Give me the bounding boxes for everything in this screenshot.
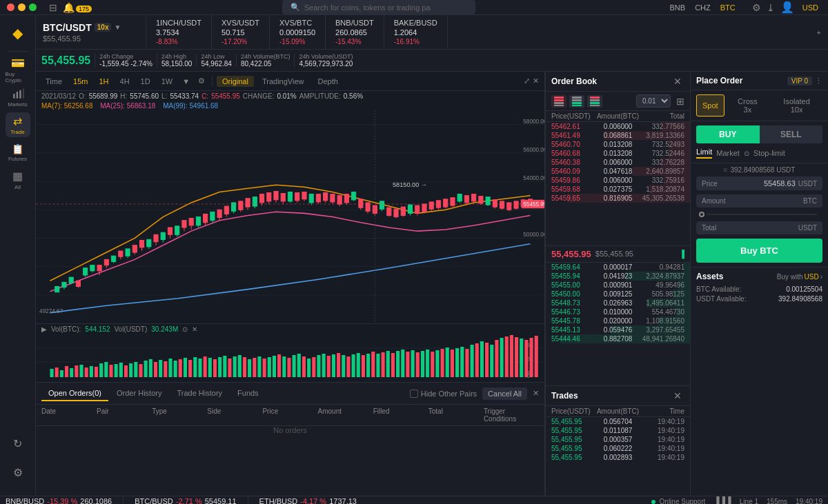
settings-sidebar-icon[interactable]: ⚙ (6, 460, 30, 485)
time-btn[interactable]: Time (41, 76, 66, 87)
ticker-item-1[interactable]: XVS/USDT 50.715 -17.20% (212, 15, 270, 50)
sidebar-item-markets[interactable]: Markets (6, 85, 30, 110)
buy-btc-btn[interactable]: Buy BTC (696, 239, 822, 263)
4h-btn[interactable]: 4H (116, 76, 134, 87)
trades-close-btn[interactable]: ✕ (671, 390, 684, 401)
cancel-all-btn[interactable]: Cancel All (482, 387, 527, 400)
1h-btn[interactable]: 1H (95, 76, 112, 87)
sell-row-1[interactable]: 55461.49 0.068861 3,819.13366 (546, 131, 690, 140)
sidebar-item-buy-crypto[interactable]: 💳 Buy Crypto (6, 57, 30, 82)
price-input-row[interactable]: Price 55458.63 USDT (696, 177, 822, 190)
sell-row-5[interactable]: 55460.09 0.047618 2,640.89857 (546, 167, 690, 176)
order-book-close-btn[interactable]: ✕ (671, 76, 684, 87)
15m-btn[interactable]: 15m (69, 76, 92, 87)
sell-row-7[interactable]: 55459.68 0.027375 1,518.20874 (546, 185, 690, 194)
stop-limit-btn[interactable]: Stop-limit (753, 149, 785, 157)
amount-input-row[interactable]: Amount BTC (696, 194, 822, 208)
settings-chart-icon[interactable]: ⚙ (195, 77, 208, 85)
sidebar-item-trade[interactable]: ⇄ Trade (6, 112, 30, 137)
buy-row-1[interactable]: 55455.94 0.041923 2,324.87937 (546, 272, 690, 281)
trade-row-1[interactable]: 55,455.95 0.011087 19:40:19 (546, 426, 690, 435)
ob-view-buys[interactable] (569, 95, 584, 108)
sell-row-2[interactable]: 55460.70 0.013208 732.52493 (546, 140, 690, 149)
ticker-item-0[interactable]: 1INCH/USDT 3.7534 -8.83% (146, 15, 212, 50)
maximize-window-btn[interactable] (29, 3, 37, 11)
user-icon[interactable]: 👤 (780, 1, 794, 14)
sell-row-3[interactable]: 55460.68 0.013208 732.52446 (546, 149, 690, 158)
trade-row-0[interactable]: 55,455.95 0.056704 19:40:19 (546, 417, 690, 426)
buy-with[interactable]: Buy with USD › (777, 273, 822, 281)
close-chart-icon[interactable]: ✕ (533, 77, 539, 85)
isolated10x-btn[interactable]: Isolated 10x (771, 94, 822, 117)
sidebar-item-all[interactable]: ▦ All (6, 168, 30, 192)
open-orders-tab[interactable]: Open Orders(0) (41, 386, 108, 401)
buy-row-4[interactable]: 55448.73 0.026963 1,495.06411 (546, 299, 690, 308)
limit-btn[interactable]: Limit (696, 148, 712, 159)
vol-settings-icon[interactable]: ⊙ (182, 325, 188, 333)
search-container[interactable]: 🔍 Search for coins, tokens or trading pa (282, 0, 475, 14)
buy-row-3[interactable]: 55450.00 0.009125 505.98125 (546, 290, 690, 299)
total-input-row[interactable]: Total USDT (696, 221, 822, 234)
buy-row-7[interactable]: 55445.13 0.059476 3,297.65455 (546, 325, 690, 334)
ob-view-sells[interactable] (551, 95, 566, 108)
layout-icon[interactable]: ⊟ (49, 2, 57, 13)
funds-tab[interactable]: Funds (230, 386, 266, 401)
sell-tab[interactable]: SELL (760, 125, 823, 143)
bnb-token[interactable]: BNB (667, 2, 689, 13)
slider-handle[interactable] (699, 212, 704, 217)
ticker-item-2[interactable]: XVS/BTC 0.0009150 -15.09% (270, 15, 326, 50)
expand-vol-icon[interactable]: ▶ (41, 325, 47, 333)
bottom-ticker-2[interactable]: ETH/BUSD -4.17 % 1737.13 (259, 497, 357, 504)
bell-icon[interactable]: 🔔175 (63, 2, 92, 13)
sell-row-8[interactable]: 55459.65 0.816905 45,305.26538 (546, 194, 690, 203)
trade-history-tab[interactable]: Trade History (170, 386, 229, 401)
sidebar-item-futures[interactable]: 📋 Futures (6, 140, 30, 165)
sell-row-4[interactable]: 55460.38 0.006000 332.76228 (546, 158, 690, 167)
1d-btn[interactable]: 1D (137, 76, 155, 87)
trade-row-3[interactable]: 55,455.95 0.060222 19:40:19 (546, 444, 690, 453)
settings-icon[interactable]: ⚙ (752, 2, 761, 13)
download-icon[interactable]: ⤓ (767, 2, 775, 13)
refresh-icon[interactable]: ↻ (6, 431, 30, 456)
sell-row-0[interactable]: 55462.61 0.006000 332.77566 (546, 122, 690, 131)
bottom-ticker-0[interactable]: BNB/BUSD -15.39 % 260.1086 (6, 497, 112, 504)
ticker-item-4[interactable]: BAKE/BUSD 1.2064 -16.91% (384, 15, 448, 50)
add-pair-btn[interactable]: + (810, 28, 828, 37)
chz-token[interactable]: CHZ (692, 2, 713, 13)
buy-row-6[interactable]: 55445.78 0.020000 1,108.91560 (546, 316, 690, 325)
buy-row-2[interactable]: 55455.00 0.000901 49.96496 (546, 281, 690, 290)
order-history-tab[interactable]: Order History (110, 386, 168, 401)
1w-btn[interactable]: 1W (157, 76, 177, 87)
depth-btn[interactable]: Depth (312, 76, 343, 87)
close-orders-icon[interactable]: ✕ (533, 389, 539, 398)
bottom-ticker-1[interactable]: BTC/BUSD -2.71 % 55459.11 (135, 497, 236, 504)
sell-row-6[interactable]: 55459.86 0.006000 332.75916 (546, 176, 690, 185)
dropdown-icon[interactable]: ▼ (114, 23, 121, 31)
vol-close-icon[interactable]: ✕ (192, 325, 197, 333)
po-more-icon[interactable]: ⋮ (815, 77, 822, 85)
ob-settings-icon[interactable]: ⊞ (676, 96, 684, 107)
slider-track[interactable] (707, 214, 817, 215)
btc-token[interactable]: BTC (718, 2, 738, 13)
original-view-btn[interactable]: Original (217, 76, 254, 87)
buy-tab[interactable]: BUY (696, 125, 760, 143)
spot-btn[interactable]: Spot (696, 94, 724, 117)
usd-selector[interactable]: USD (800, 2, 821, 13)
ob-precision-select[interactable]: 0.01 0.1 1 (636, 94, 671, 108)
buy-row-8[interactable]: 55444.46 0.882708 48,941.26840 (546, 334, 690, 343)
close-window-btn[interactable] (7, 3, 14, 11)
expand-icon[interactable]: ⤢ (524, 77, 530, 85)
ticker-item-3[interactable]: BNB/USDT 260.0865 -15.43% (326, 15, 384, 50)
hide-pairs-checkbox[interactable] (410, 390, 418, 398)
cross3x-btn[interactable]: Cross 3x (727, 94, 769, 117)
buy-row-0[interactable]: 55459.64 0.000017 0.94281 (546, 263, 690, 272)
tradingview-btn[interactable]: TradingView (257, 76, 310, 87)
minimize-window-btn[interactable] (18, 3, 26, 11)
trade-row-4[interactable]: 55,455.95 0.002893 19:40:19 (546, 453, 690, 462)
buy-row-5[interactable]: 55446.73 0.010000 554.46730 (546, 308, 690, 316)
current-pair[interactable]: BTC/USDT 10x ▼ $55,455.95 (36, 15, 146, 49)
trade-row-2[interactable]: 55,455.95 0.000357 19:40:19 (546, 435, 690, 444)
binance-logo[interactable]: ◆ (6, 21, 30, 46)
ob-view-both[interactable] (587, 95, 602, 108)
market-btn[interactable]: Market (716, 149, 740, 157)
